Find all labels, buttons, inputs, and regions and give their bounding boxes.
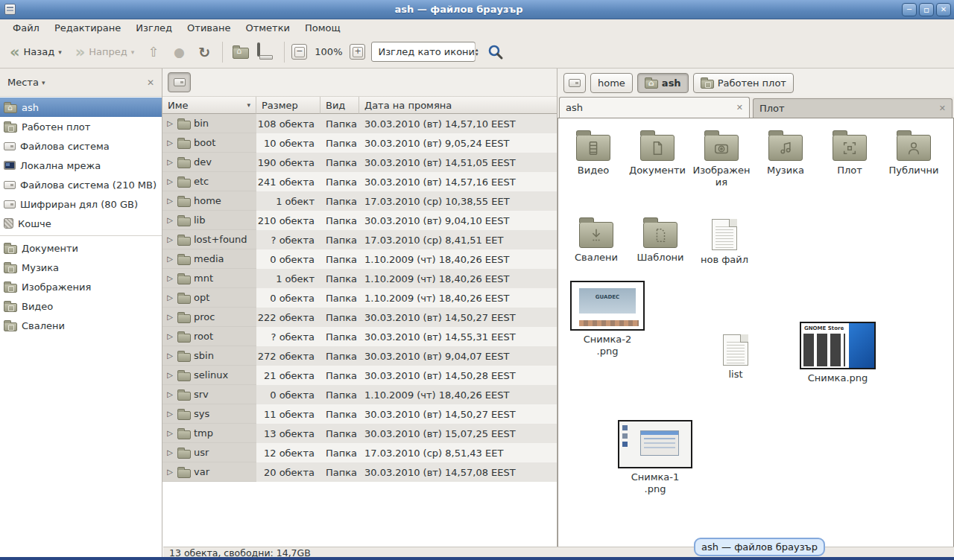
table-row[interactable]: ▷boot10 обектаПапка30.03.2010 (вт) 9,05,…: [162, 133, 557, 153]
table-row[interactable]: ▷usr12 обектаПапка17.03.2010 (ср) 8,51,4…: [162, 443, 557, 462]
column-header-size[interactable]: Размер: [256, 97, 320, 114]
expander-icon[interactable]: ▷: [165, 177, 174, 185]
table-row[interactable]: ▷tmp13 обектаПапка30.03.2010 (вт) 15,07,…: [162, 424, 557, 443]
place-item-ash[interactable]: ash: [0, 98, 162, 117]
table-row[interactable]: ▷mnt1 обектПапка1.10.2009 (чт) 18,40,26 …: [162, 269, 557, 288]
computer-button[interactable]: [255, 41, 277, 63]
icon-view[interactable]: Видео Документи Изображения Музика: [557, 118, 954, 557]
expander-icon[interactable]: ▷: [165, 293, 174, 302]
menu-item[interactable]: Изглед: [129, 21, 179, 35]
maximize-button[interactable]: [919, 3, 934, 16]
expander-icon[interactable]: ▷: [165, 429, 174, 437]
place-item-desktop[interactable]: Работен плот: [0, 117, 162, 136]
sidebar-close-icon[interactable]: ✕: [147, 77, 154, 88]
icon-item-music[interactable]: Музика: [754, 129, 818, 188]
place-item-network[interactable]: Локална мрежа: [0, 156, 162, 175]
icon-item-pictures[interactable]: Изображения: [689, 129, 754, 188]
search-button[interactable]: [484, 41, 507, 63]
path-button-home[interactable]: home: [590, 73, 633, 93]
minimize-button[interactable]: [902, 3, 917, 16]
column-header-type[interactable]: Вид: [320, 97, 359, 114]
stop-button[interactable]: ●: [168, 41, 190, 63]
icon-item-list[interactable]: list: [704, 331, 767, 381]
spinner-icon[interactable]: ▴▾: [475, 42, 478, 61]
expander-icon[interactable]: ▷: [165, 274, 174, 282]
place-item-pictures[interactable]: Изображения: [0, 277, 162, 296]
menu-item[interactable]: Отметки: [238, 21, 296, 35]
view-mode-select[interactable]: Изглед като икони ▴▾: [371, 42, 476, 62]
expander-icon[interactable]: ▷: [165, 351, 174, 360]
column-header-name[interactable]: Име▾: [162, 97, 256, 114]
expander-icon[interactable]: ▷: [165, 255, 174, 263]
tab-ash[interactable]: ash✕: [559, 97, 750, 118]
place-item-downloads[interactable]: Свалени: [0, 316, 162, 335]
table-row[interactable]: ▷media0 обектаПапка1.10.2009 (чт) 18,40,…: [162, 249, 557, 269]
zoom-in-button[interactable]: [350, 44, 365, 60]
place-item-trash[interactable]: Кошче: [0, 214, 162, 233]
menu-item[interactable]: Помощ: [298, 21, 347, 35]
icon-item-templates[interactable]: Шаблони: [628, 216, 692, 266]
expander-icon[interactable]: ▷: [165, 313, 174, 321]
column-header-date[interactable]: Дата на промяна: [359, 97, 557, 114]
expander-icon[interactable]: ▷: [165, 468, 174, 476]
taskbar-window-button[interactable]: ash — файлов браузър: [694, 538, 825, 556]
expander-icon[interactable]: ▷: [165, 390, 174, 398]
icon-item-downloads[interactable]: Свалени: [564, 216, 628, 266]
reload-button[interactable]: ↻: [193, 41, 215, 63]
table-row[interactable]: ▷proc222 обектаПапка30.03.2010 (вт) 14,5…: [162, 308, 557, 327]
table-row[interactable]: ▷lost+found? обектаПапка17.03.2010 (ср) …: [162, 230, 557, 249]
icon-item-documents[interactable]: Документи: [625, 129, 689, 188]
menu-item[interactable]: Файл: [6, 21, 46, 35]
table-row[interactable]: ▷etc241 обектаПапка30.03.2010 (вт) 14,57…: [162, 172, 557, 191]
table-row[interactable]: ▷home1 обектПапка17.03.2010 (ср) 10,38,5…: [162, 191, 557, 211]
expander-icon[interactable]: ▷: [165, 197, 174, 205]
expander-icon[interactable]: ▷: [165, 139, 174, 147]
chevron-down-icon[interactable]: ▾: [58, 48, 62, 56]
menu-item[interactable]: Отиване: [180, 21, 237, 35]
table-row[interactable]: ▷bin108 обектаПапка30.03.2010 (вт) 14,57…: [162, 114, 557, 133]
expander-icon[interactable]: ▷: [165, 158, 174, 166]
icon-item-desktop[interactable]: Плот: [818, 129, 882, 188]
table-row[interactable]: ▷var20 обектаПапка30.03.2010 (вт) 14,57,…: [162, 462, 557, 482]
table-row[interactable]: ▷selinux21 обектаПапка30.03.2010 (вт) 14…: [162, 366, 557, 385]
expander-icon[interactable]: ▷: [165, 216, 174, 224]
table-row[interactable]: ▷opt0 обектаПапка1.10.2009 (чт) 18,40,26…: [162, 288, 557, 308]
sidebar-title[interactable]: Места: [7, 77, 39, 88]
chevron-down-icon[interactable]: ▾: [42, 79, 45, 86]
expander-icon[interactable]: ▷: [165, 119, 174, 127]
chevron-down-icon[interactable]: ▾: [131, 48, 135, 56]
place-item-video[interactable]: Видео: [0, 296, 162, 316]
place-item-music[interactable]: Музика: [0, 258, 162, 277]
path-button-ash[interactable]: ash: [637, 73, 689, 93]
icon-item-new-file[interactable]: нов файл: [692, 216, 756, 266]
expander-icon[interactable]: ▷: [165, 235, 174, 244]
place-item-filesystem-210[interactable]: Файлова система (210 MB): [0, 175, 162, 194]
close-button[interactable]: [936, 3, 951, 16]
table-row[interactable]: ▷dev190 обектаПапка30.03.2010 (вт) 14,51…: [162, 153, 557, 172]
table-row[interactable]: ▷lib210 обектаПапка30.03.2010 (вт) 9,04,…: [162, 211, 557, 230]
filesystem-root-button[interactable]: [168, 72, 191, 92]
place-item-filesystem[interactable]: Файлова система: [0, 136, 162, 156]
table-row[interactable]: ▷srv0 обектаПапка1.10.2009 (чт) 18,40,26…: [162, 385, 557, 404]
table-row[interactable]: ▷sys11 обектаПапка30.03.2010 (вт) 14,50,…: [162, 404, 557, 424]
path-button-desktop[interactable]: Работен плот: [693, 73, 794, 93]
table-row[interactable]: ▷root? обектаПапка30.03.2010 (вт) 14,55,…: [162, 327, 557, 346]
menu-item[interactable]: Редактиране: [48, 21, 127, 35]
tab-plot[interactable]: Плот✕: [753, 98, 953, 118]
icon-item-snimka[interactable]: GNOME Store Снимка.png: [794, 322, 882, 384]
zoom-out-button[interactable]: [291, 44, 307, 60]
expander-icon[interactable]: ▷: [165, 448, 174, 456]
tab-close-icon[interactable]: ✕: [939, 104, 946, 113]
table-row[interactable]: ▷sbin272 обектаПапка30.03.2010 (вт) 9,04…: [162, 346, 557, 366]
place-item-encrypted[interactable]: Шифриран дял (80 GB): [0, 194, 162, 214]
icon-item-snimka1[interactable]: Снимка-1.png: [612, 420, 698, 494]
home-button[interactable]: [230, 41, 252, 63]
back-button[interactable]: « Назад ▾: [4, 42, 67, 62]
expander-icon[interactable]: ▷: [165, 332, 174, 340]
tab-close-icon[interactable]: ✕: [736, 103, 743, 112]
icon-item-snimka2[interactable]: GUADEC Снимка-2.png: [564, 281, 651, 357]
up-button[interactable]: ⇧: [142, 41, 165, 63]
icon-item-video[interactable]: Видео: [561, 129, 625, 188]
place-item-documents[interactable]: Документи: [0, 238, 162, 258]
forward-button[interactable]: » Напред ▾: [70, 42, 140, 62]
